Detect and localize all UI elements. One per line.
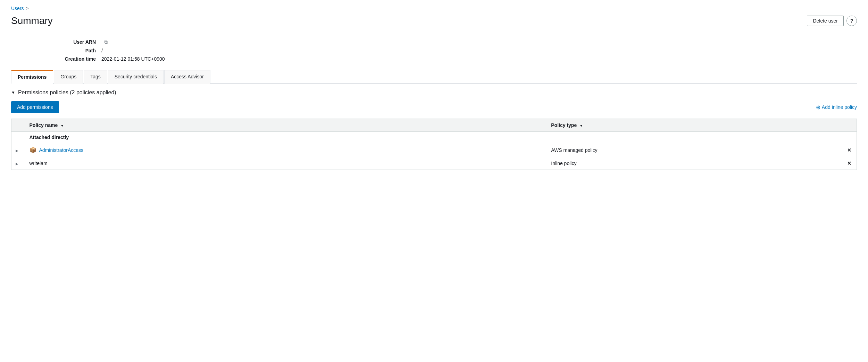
add-inline-policy-link[interactable]: ⊕ Add inline policy	[816, 104, 857, 111]
policy-icon-box: 📦	[30, 147, 36, 153]
section-title: Permissions policies (2 policies applied…	[18, 89, 116, 96]
page-title: Summary	[11, 15, 53, 26]
writeiam-name: writeiam	[30, 161, 48, 166]
col-policy-name[interactable]: Policy name ▼	[25, 119, 547, 132]
collapse-triangle-icon: ▼	[11, 90, 15, 95]
table-row: ▶ 📦 AdministratorAccess AWS managed poli…	[11, 143, 857, 157]
page-header: Summary Delete user ?	[11, 15, 857, 26]
administrator-access-link[interactable]: AdministratorAccess	[39, 147, 84, 153]
col-expand	[11, 119, 25, 132]
path-label: Path	[32, 48, 101, 53]
user-arn-label: User ARN	[32, 39, 101, 45]
add-permissions-button[interactable]: Add permissions	[11, 101, 59, 113]
row2-delete[interactable]: ✕	[843, 157, 857, 170]
breadcrumb: Users >	[11, 6, 857, 11]
row1-delete[interactable]: ✕	[843, 143, 857, 157]
row2-expand[interactable]: ▶	[11, 157, 25, 170]
user-arn-value: ⧉	[101, 39, 857, 45]
permissions-content: ▼ Permissions policies (2 policies appli…	[11, 84, 857, 175]
page-container: Users > Summary Delete user ? User ARN ⧉…	[0, 0, 868, 181]
row2-policy-type: Inline policy	[547, 157, 843, 170]
help-button[interactable]: ?	[846, 16, 857, 26]
tab-permissions[interactable]: Permissions	[11, 70, 53, 84]
header-divider	[11, 32, 857, 32]
table-row: ▶ writeiam Inline policy ✕	[11, 157, 857, 170]
actions-row: Add permissions ⊕ Add inline policy	[11, 101, 857, 113]
tab-security-credentials[interactable]: Security credentials	[108, 70, 164, 84]
plus-circle-icon: ⊕	[816, 104, 820, 111]
delete-user-button[interactable]: Delete user	[807, 16, 844, 26]
creation-time-label: Creation time	[32, 56, 101, 62]
breadcrumb-separator: >	[26, 6, 29, 11]
policy-table: Policy name ▼ Policy type ▼ Attached dir…	[11, 119, 857, 170]
policy-name-sort-icon: ▼	[60, 124, 64, 128]
expand-arrow-icon: ▶	[16, 149, 18, 153]
expand-arrow-icon: ▶	[16, 162, 18, 166]
row2-policy-name-cell: writeiam	[25, 157, 547, 170]
tab-tags[interactable]: Tags	[84, 70, 107, 84]
section-header[interactable]: ▼ Permissions policies (2 policies appli…	[11, 89, 857, 96]
add-inline-label: Add inline policy	[822, 104, 857, 110]
tabs-container: Permissions Groups Tags Security credent…	[11, 70, 857, 84]
col-policy-type[interactable]: Policy type ▼	[547, 119, 843, 132]
header-actions: Delete user ?	[807, 16, 857, 26]
summary-info: User ARN ⧉ Path / Creation time 2022-01-…	[11, 39, 857, 62]
group-header-expand	[11, 132, 25, 143]
copy-icon[interactable]: ⧉	[104, 39, 108, 45]
row1-expand[interactable]: ▶	[11, 143, 25, 157]
group-header-label: Attached directly	[25, 132, 857, 143]
delete-row2-icon[interactable]: ✕	[847, 161, 851, 166]
row1-policy-type: AWS managed policy	[547, 143, 843, 157]
row1-policy-name-cell: 📦 AdministratorAccess	[25, 143, 547, 157]
policy-type-sort-icon: ▼	[579, 124, 583, 128]
delete-row1-icon[interactable]: ✕	[847, 147, 851, 153]
table-header-row: Policy name ▼ Policy type ▼	[11, 119, 857, 132]
group-header-row: Attached directly	[11, 132, 857, 143]
tab-groups[interactable]: Groups	[54, 70, 83, 84]
path-value: /	[101, 48, 857, 53]
creation-time-value: 2022-01-12 01:58 UTC+0900	[101, 56, 857, 62]
tab-access-advisor[interactable]: Access Advisor	[164, 70, 210, 84]
col-action	[843, 119, 857, 132]
breadcrumb-users-link[interactable]: Users	[11, 6, 24, 11]
